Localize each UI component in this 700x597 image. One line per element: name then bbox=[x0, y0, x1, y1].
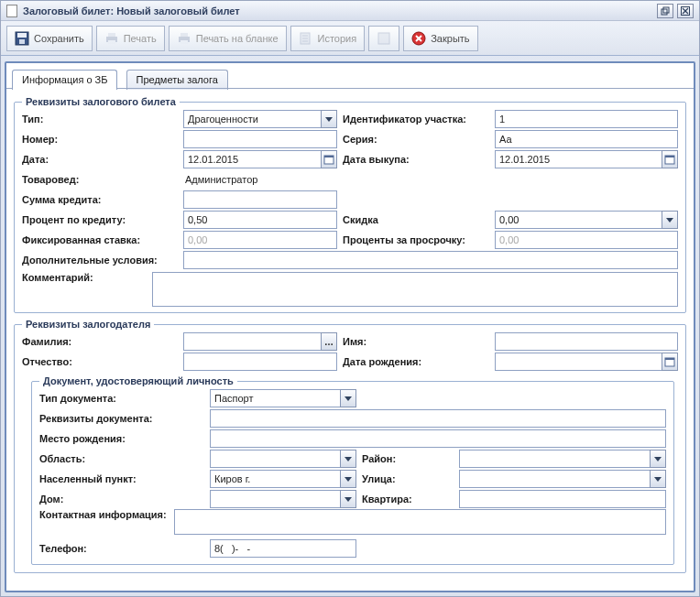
date-picker[interactable] bbox=[183, 150, 337, 168]
discount-combobox[interactable] bbox=[495, 211, 678, 229]
district-combobox[interactable] bbox=[459, 450, 666, 468]
titlebar: Залоговый билет: Новый залоговый билет bbox=[1, 1, 699, 21]
site-id-input[interactable] bbox=[495, 110, 678, 128]
dob-input[interactable] bbox=[495, 353, 678, 371]
save-button[interactable]: Сохранить bbox=[6, 26, 93, 51]
label-street: Улица: bbox=[362, 473, 454, 484]
chevron-down-icon[interactable] bbox=[340, 470, 356, 488]
label-region: Область: bbox=[39, 453, 204, 464]
save-label: Сохранить bbox=[34, 33, 84, 44]
printer-blank-icon bbox=[177, 31, 191, 46]
label-dob: Дата рождения: bbox=[343, 356, 489, 367]
merch-value: Администратор bbox=[183, 174, 257, 185]
svg-marker-30 bbox=[345, 396, 352, 401]
doc-details-input[interactable] bbox=[210, 409, 666, 428]
label-merch: Товаровед: bbox=[22, 174, 178, 185]
label-district: Район: bbox=[362, 453, 454, 464]
label-middlename: Отчество: bbox=[22, 356, 178, 367]
type-combobox[interactable] bbox=[183, 110, 337, 128]
street-input[interactable] bbox=[459, 470, 666, 488]
label-city: Населенный пункт: bbox=[39, 473, 204, 484]
tab-info[interactable]: Информация о ЗБ bbox=[12, 70, 117, 90]
number-input[interactable] bbox=[183, 130, 337, 148]
series-input[interactable] bbox=[495, 130, 678, 148]
label-redeem: Дата выкупа: bbox=[343, 154, 489, 165]
middlename-input[interactable] bbox=[183, 353, 337, 371]
doc-type-input[interactable] bbox=[210, 389, 356, 407]
date-input[interactable] bbox=[183, 150, 337, 168]
label-overdue: Проценты за просрочку: bbox=[343, 234, 489, 245]
document-legend: Документ, удостоверяющий личность bbox=[39, 375, 237, 386]
chevron-down-icon[interactable] bbox=[650, 470, 666, 488]
birthplace-input[interactable] bbox=[210, 429, 666, 448]
chevron-down-icon[interactable] bbox=[662, 211, 678, 229]
chevron-down-icon[interactable] bbox=[340, 490, 356, 508]
discount-input[interactable] bbox=[495, 211, 678, 229]
contact-textarea[interactable] bbox=[174, 509, 666, 535]
street-combobox[interactable] bbox=[459, 470, 666, 488]
window-title: Залоговый билет: Новый залоговый билет bbox=[23, 5, 653, 16]
svg-rect-1 bbox=[663, 7, 669, 13]
comment-textarea[interactable] bbox=[152, 272, 678, 307]
chevron-down-icon[interactable] bbox=[321, 110, 337, 128]
label-number: Номер: bbox=[22, 134, 178, 145]
city-combobox[interactable] bbox=[210, 470, 356, 488]
svg-rect-26 bbox=[665, 156, 674, 157]
history-icon bbox=[299, 31, 313, 46]
house-combobox[interactable] bbox=[210, 490, 356, 508]
svg-marker-32 bbox=[654, 457, 662, 461]
svg-rect-10 bbox=[108, 40, 115, 44]
label-series: Серия: bbox=[343, 134, 489, 145]
svg-rect-29 bbox=[665, 358, 674, 360]
close-red-icon bbox=[411, 31, 426, 46]
calendar-icon[interactable] bbox=[662, 150, 678, 168]
loan-input[interactable] bbox=[183, 190, 337, 209]
doc-type-combobox[interactable] bbox=[210, 389, 356, 407]
close-button[interactable]: Закрыть bbox=[403, 26, 477, 51]
lookup-icon[interactable]: … bbox=[321, 332, 337, 351]
svg-rect-6 bbox=[17, 33, 27, 38]
label-doc-type: Тип документа: bbox=[39, 393, 204, 404]
svg-rect-7 bbox=[19, 39, 25, 44]
history-label: История bbox=[318, 33, 357, 44]
document-icon bbox=[6, 5, 17, 17]
extra-button bbox=[368, 26, 399, 51]
label-extra: Дополнительные условия: bbox=[22, 255, 178, 266]
close-window-button[interactable] bbox=[677, 4, 694, 18]
dob-picker[interactable] bbox=[495, 353, 678, 371]
lastname-input[interactable] bbox=[183, 332, 337, 351]
label-birthplace: Место рождения: bbox=[39, 433, 204, 444]
city-input[interactable] bbox=[210, 470, 356, 488]
house-input[interactable] bbox=[210, 490, 356, 508]
label-date: Дата: bbox=[22, 154, 178, 165]
calendar-icon[interactable] bbox=[321, 150, 337, 168]
blank-tool-icon bbox=[377, 31, 391, 46]
svg-marker-27 bbox=[666, 218, 673, 223]
calendar-icon[interactable] bbox=[662, 353, 678, 371]
rate-input[interactable] bbox=[183, 211, 337, 229]
print-button: Печать bbox=[96, 26, 165, 51]
svg-marker-31 bbox=[345, 457, 352, 461]
tab-items[interactable]: Предметы залога bbox=[126, 70, 228, 90]
apt-input[interactable] bbox=[459, 490, 666, 508]
chevron-down-icon[interactable] bbox=[340, 389, 356, 407]
chevron-down-icon[interactable] bbox=[650, 450, 666, 468]
client-area: Информация о ЗБ Предметы залога Реквизит… bbox=[5, 61, 695, 592]
type-input[interactable] bbox=[183, 110, 337, 128]
lastname-picker[interactable]: … bbox=[183, 332, 337, 351]
svg-marker-34 bbox=[654, 477, 662, 482]
tabstrip: Информация о ЗБ Предметы залога bbox=[6, 63, 694, 89]
redeem-input[interactable] bbox=[495, 150, 678, 168]
district-input[interactable] bbox=[459, 450, 666, 468]
region-input[interactable] bbox=[210, 450, 356, 468]
redeem-date-picker[interactable] bbox=[495, 150, 678, 168]
chevron-down-icon[interactable] bbox=[340, 450, 356, 468]
pledger-fieldset: Реквизиты залогодателя Фамилия: … Имя: О… bbox=[14, 319, 686, 573]
toolbar: Сохранить Печать Печать на бланке Истори… bbox=[1, 21, 699, 56]
restore-button[interactable] bbox=[657, 4, 673, 18]
print-label: Печать bbox=[124, 33, 157, 44]
firstname-input[interactable] bbox=[495, 332, 678, 351]
extra-input[interactable] bbox=[183, 251, 678, 269]
phone-input[interactable] bbox=[210, 539, 356, 558]
region-combobox[interactable] bbox=[210, 450, 356, 468]
